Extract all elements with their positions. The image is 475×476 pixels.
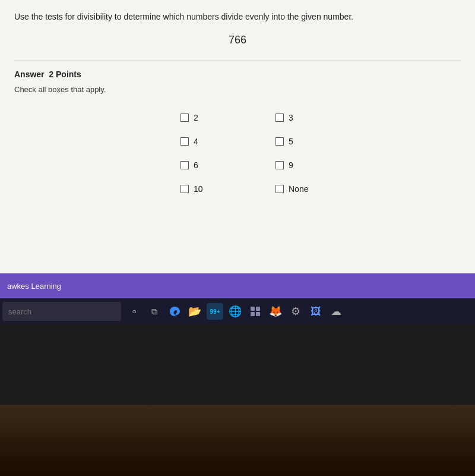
option-6-label: 6	[194, 160, 198, 170]
svg-rect-1	[256, 307, 260, 311]
cloud-icon[interactable]: ☁	[328, 303, 344, 320]
svg-rect-3	[256, 312, 260, 316]
firefox-icon[interactable]: 🦊	[267, 303, 284, 320]
edge-icon[interactable]	[166, 303, 183, 320]
option-9-label: 9	[289, 160, 293, 170]
option-4-label: 4	[194, 137, 198, 146]
hawkes-label: awkes Learning	[7, 282, 61, 291]
options-grid: 2 3 4 5 6 9 10 None	[180, 107, 461, 200]
answer-header: Answer 2 Points	[14, 70, 461, 79]
checkbox-none[interactable]	[276, 185, 284, 193]
checkbox-4[interactable]	[180, 137, 189, 146]
hawkes-taskbar: awkes Learning	[0, 273, 475, 298]
svg-rect-2	[251, 312, 255, 316]
number-display: 766	[14, 34, 461, 46]
option-3-label: 3	[289, 113, 293, 122]
taskbar-icons: ○ ⧉ 📂 99+ 🌐 🦊 ⚙ 🖼 ☁	[126, 303, 344, 320]
search-circle-icon[interactable]: ○	[126, 303, 142, 320]
option-5[interactable]: 5	[276, 131, 347, 152]
option-10[interactable]: 10	[180, 178, 252, 200]
wood-texture	[0, 405, 475, 476]
option-none[interactable]: None	[276, 178, 347, 200]
badge-99-icon[interactable]: 99+	[207, 303, 223, 320]
globe-icon[interactable]: 🌐	[227, 303, 243, 320]
points-label: 2 Points	[49, 70, 81, 79]
folder-icon[interactable]: 📂	[186, 303, 203, 320]
option-5-label: 5	[289, 137, 293, 146]
option-none-label: None	[289, 184, 308, 194]
browser-content: Use the tests for divisibility to determ…	[0, 0, 475, 273]
photo-icon[interactable]: 🖼	[308, 303, 324, 320]
option-2[interactable]: 2	[180, 107, 252, 128]
checkbox-6[interactable]	[180, 161, 189, 169]
check-instruction: Check all boxes that apply.	[14, 85, 461, 94]
answer-label: Answer	[14, 70, 45, 79]
option-2-label: 2	[194, 113, 198, 122]
divider	[14, 61, 461, 61]
taskview-icon[interactable]: ⧉	[146, 303, 163, 320]
checkbox-5[interactable]	[276, 137, 284, 146]
option-6[interactable]: 6	[180, 155, 252, 176]
store-icon[interactable]	[247, 303, 264, 320]
dark-bottom-area	[0, 324, 475, 476]
windows-taskbar: ○ ⧉ 📂 99+ 🌐 🦊 ⚙ 🖼 ☁	[0, 298, 475, 324]
checkbox-3[interactable]	[276, 114, 284, 122]
option-4[interactable]: 4	[180, 131, 252, 152]
checkbox-10[interactable]	[180, 185, 189, 193]
checkbox-2[interactable]	[180, 114, 189, 122]
checkbox-9[interactable]	[276, 161, 284, 169]
option-3[interactable]: 3	[276, 107, 347, 128]
option-10-label: 10	[194, 184, 203, 194]
search-input[interactable]	[2, 302, 121, 321]
option-9[interactable]: 9	[276, 155, 347, 176]
settings-icon[interactable]: ⚙	[287, 303, 304, 320]
question-text: Use the tests for divisibility to determ…	[14, 11, 461, 23]
svg-rect-0	[251, 307, 255, 311]
